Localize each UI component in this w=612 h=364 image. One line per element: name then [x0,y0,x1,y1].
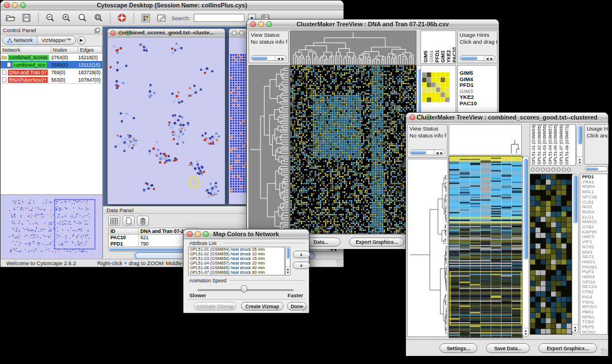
similarity-matrix[interactable] [422,72,450,102]
network-name: combined_scores [8,55,49,60]
row-dendrogram[interactable] [248,65,290,234]
usage-hints-panel: Usage Hi Click and [584,124,609,164]
column-header-network[interactable]: Network [1,47,51,53]
network-row[interactable]: combined_scores 2764(0) 16218(0) [1,53,102,61]
network-edges: 16218(0) [78,55,102,60]
heatmap-canvas[interactable] [290,65,416,234]
column-label: GIM5 [423,51,429,63]
tab-vizmapper[interactable]: VizMapper™ [37,36,75,44]
dialog-titlebar[interactable]: Map Colors to Network [183,229,309,239]
cell-id: PAC10 [109,235,139,241]
column-header-id[interactable]: ID [109,228,139,234]
control-panel-title: Control Panel [3,27,36,33]
network-row-selected[interactable]: combined_sco 2569(6) 13112(15) [1,61,102,68]
tab-overflow-button[interactable]: ▶ [77,36,86,45]
attribute-list[interactable]: GPL51-01 (GSM854) heat shock 05 minGPL51… [188,247,285,275]
usage-hints-title: Usage Hi [585,125,608,132]
animate-vizmap-button[interactable]: Animate Vizmap [194,302,236,311]
column-labels: GPL51-01 (GSM854)GPL51-02 (GSM855)GPL51-… [530,125,575,165]
resize-grip[interactable] [302,306,308,312]
network-name: RNAPuberNov2+ [8,77,48,83]
scroll-right-icon[interactable]: ▶ [440,151,443,155]
gene-list-item[interactable]: YKE2 [460,94,497,101]
save-data-button[interactable]: Save Data... [486,343,530,353]
new-attribute-button[interactable] [123,216,135,226]
resize-grip[interactable] [336,260,343,266]
network-view-window[interactable]: combined_scores_good.txt--cluste... [107,28,225,205]
table-grid-icon [110,218,118,224]
scroll-down-icon[interactable]: ▼ [286,271,290,274]
zoom-fit-button[interactable] [92,12,105,24]
gene-list-item[interactable]: MON2 [582,330,607,335]
select-attributes-button[interactable] [108,216,120,226]
close-button[interactable] [232,30,237,36]
gene-list-item[interactable]: PFD1 [460,82,497,89]
vizmapper-button[interactable] [139,12,152,24]
annotation-button[interactable] [155,12,168,24]
network-graph-canvas[interactable] [108,37,225,204]
export-graphics-button[interactable]: Export Graphics... [538,343,597,353]
search-input[interactable] [194,14,244,22]
column-dendrogram[interactable] [290,30,416,65]
usage-hints-text: Click and drag tc [458,38,497,45]
save-session-button[interactable] [20,12,33,24]
zoom-heatmap-canvas[interactable] [530,174,572,335]
scroll-down-icon[interactable]: ▼ [578,161,582,164]
gene-list-panel[interactable]: PFD1YRA1RNR4MSL1SPC98CLN1NIS1BUD4ELG1MAK… [580,174,608,335]
network-view-titlebar[interactable]: combined_scores_good.txt--cluste... [108,29,225,37]
minimize-button[interactable] [239,30,244,36]
network-table-header[interactable]: Network Nodes Edges [1,46,102,53]
row-dendrogram[interactable] [408,173,447,336]
main-titlebar[interactable]: Cytoscape Desktop (Session Name: collins… [1,1,343,10]
scroll-down-icon[interactable]: ▼ [524,332,527,336]
column-header-edges[interactable]: Edges [78,47,102,53]
treeview1-titlebar[interactable]: ClusterMaker TreeView : DNA and Tran 07-… [247,20,499,29]
help-button[interactable] [116,12,128,24]
heatmap-canvas[interactable] [449,156,523,338]
move-up-button[interactable]: ∧ [293,251,310,258]
heatmap-vscrollbar[interactable]: ▲▼ [522,156,529,337]
treeview2-titlebar[interactable]: ClusterMaker TreeView : combined_scores_… [406,113,608,122]
move-down-button[interactable]: ∨ [293,262,310,269]
network-row[interactable]: RNAPuberNov2+ 563(0) 107847(0) [1,76,102,83]
scroll-left-icon[interactable]: ◀ [436,151,439,155]
network-row[interactable]: DNA and Tran 07 769(0) 183728(0) [1,68,102,76]
zoom-out-button[interactable] [44,12,56,24]
scroll-right-icon[interactable]: ▶ [281,56,284,60]
column-label: YKE2 [446,50,452,63]
attribute-item[interactable]: GPL51-07 (GSM868) heat shock 60 min [190,270,284,275]
slider-thumb[interactable] [241,285,247,293]
network-nodes: 769(0) [51,70,78,75]
zoom-selected-button[interactable] [76,12,89,24]
view-status-hscrollbar[interactable]: ◀▶ [251,55,286,61]
create-vizmap-button[interactable]: Create Vizmap [241,302,284,311]
view-status-hscrollbar[interactable]: ◀▶ [410,150,445,155]
column-labels-vscrollbar[interactable]: ▲▼ [576,124,583,166]
gene-list-item[interactable]: PAC10 [460,101,497,107]
usage-hints-hscrollbar[interactable]: ◀▶ [460,55,495,61]
scroll-left-icon[interactable]: ◀ [277,56,280,60]
overview-thumbnail [1,195,102,258]
zoom-vscrollbar[interactable]: ▲▼ [572,174,579,334]
delete-attribute-button[interactable] [137,216,149,226]
open-session-button[interactable] [4,12,17,24]
network-view-title: combined_scores_good.txt--cluste... [108,29,225,36]
view-status-title: View Status [249,31,288,38]
gene-list-item[interactable]: GIM5 [460,70,497,76]
attribute-list-vscrollbar[interactable]: ▲▼ [285,247,290,275]
scroll-down-icon[interactable]: ▼ [573,329,577,332]
float-panel-icon[interactable] [94,28,100,33]
zoom-in-button[interactable] [60,12,72,24]
usage-hints-hscrollbar[interactable] [585,166,608,171]
network-edges: 183728(0) [78,70,102,75]
tab-network[interactable]: Network [3,36,37,44]
settings-button[interactable]: Settings... [439,343,477,353]
export-graphics-button[interactable]: Export Graphics... [349,237,404,247]
resize-grip[interactable] [601,348,607,355]
column-header-nodes[interactable]: Nodes [51,47,78,53]
network-overview-panel[interactable] [1,194,102,259]
scroll-left-icon[interactable]: ◀ [486,56,489,60]
control-panel-tabs: Network VizMapper™ ▶ [1,35,102,46]
tab-network-label: Network [14,37,33,43]
scroll-right-icon[interactable]: ▶ [490,56,493,60]
